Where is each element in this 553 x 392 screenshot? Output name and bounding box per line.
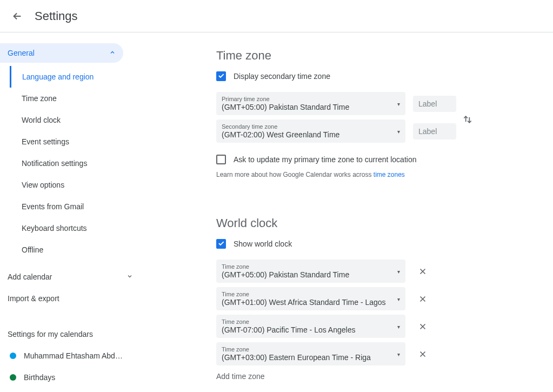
calendar-item-user[interactable]: Muhammad Ehtasham Abdu… [0,345,141,367]
sidebar-import-export[interactable]: Import & export [0,288,141,309]
select-value: (GMT-02:00) West Greenland Time [222,130,400,139]
close-icon [418,267,428,276]
back-arrow-icon[interactable] [11,10,24,23]
checkbox-ask-update[interactable] [216,155,226,164]
chevron-up-icon [109,49,116,57]
general-subnav: Language and region Time zone World cloc… [10,63,141,266]
calendar-color-dot [10,353,16,359]
calendar-item-birthdays[interactable]: Birthdays [0,367,141,388]
remove-clock-button[interactable] [413,317,432,336]
select-floating-label: Secondary time zone [222,123,400,130]
subnav-event-settings[interactable]: Event settings [10,131,141,152]
timezones-link[interactable]: time zones [374,171,405,178]
input-placeholder: Label [418,99,451,108]
swap-vertical-icon [462,114,473,125]
subnav-world-clock[interactable]: World clock [10,109,141,131]
checkbox-row-display-secondary: Display secondary time zone [216,71,553,81]
caret-down-icon: ▾ [397,296,400,302]
select-value: (GMT+03:00) Eastern European Time - Riga [222,353,400,362]
checkbox-row-show-worldclock: Show world clock [216,239,553,249]
checkbox-label: Ask to update my primary time zone to cu… [234,155,416,164]
subnav-view-options[interactable]: View options [10,174,141,196]
checkbox-row-ask-update: Ask to update my primary time zone to cu… [216,155,553,164]
worldclock-select-1[interactable]: Time zone (GMT+01:00) West Africa Standa… [216,287,405,310]
close-icon [418,349,428,359]
caret-down-icon: ▾ [397,128,400,134]
close-icon [418,322,428,331]
subnav-events-from-gmail[interactable]: Events from Gmail [10,196,141,217]
caret-down-icon: ▾ [397,351,400,357]
secondary-timezone-select[interactable]: Secondary time zone (GMT-02:00) West Gre… [216,119,405,143]
remove-clock-button[interactable] [413,262,432,281]
primary-label-input[interactable]: Label [413,96,456,112]
check-icon [217,240,225,249]
sidebar-category-general[interactable]: General [0,43,123,63]
select-value: (GMT-07:00) Pacific Time - Los Angeles [222,325,400,334]
secondary-label-input[interactable]: Label [413,123,456,139]
calendar-name: Muhammad Ehtasham Abdu… [24,351,126,360]
timezone-helper-text: Learn more about how Google Calendar wor… [216,171,553,178]
settings-sidebar: General Language and region Time zone Wo… [0,32,141,392]
select-value: (GMT+01:00) West Africa Standard Time - … [222,298,400,307]
select-value: (GMT+05:00) Pakistan Standard Time [222,103,400,111]
add-timezone-button[interactable]: Add time zone [216,372,553,381]
checkbox-label: Display secondary time zone [234,72,330,81]
worldclock-select-3[interactable]: Time zone (GMT+03:00) Eastern European T… [216,342,405,366]
worldclock-select-0[interactable]: Time zone (GMT+05:00) Pakistan Standard … [216,260,405,283]
caret-down-icon: ▾ [397,268,400,274]
primary-timezone-select[interactable]: Primary time zone (GMT+05:00) Pakistan S… [216,92,405,115]
settings-main: Time zone Display secondary time zone Pr… [141,32,553,392]
sidebar-add-calendar[interactable]: Add calendar [0,266,141,288]
sidebar-category-label: General [8,49,35,57]
checkbox-show-worldclock[interactable] [216,239,226,249]
select-floating-label: Time zone [222,263,400,270]
select-value: (GMT+05:00) Pakistan Standard Time [222,270,400,279]
page-title: Settings [35,9,78,23]
close-icon [418,294,428,304]
check-icon [217,72,225,81]
worldclock-select-2[interactable]: Time zone (GMT-07:00) Pacific Time - Los… [216,315,405,338]
select-floating-label: Primary time zone [222,96,400,102]
caret-down-icon: ▾ [397,101,400,107]
section-title-timezone: Time zone [216,49,553,63]
sidebar-add-calendar-label: Add calendar [8,273,52,281]
subnav-offline[interactable]: Offline [10,239,141,261]
section-title-worldclock: World clock [216,216,553,230]
calendar-name: Birthdays [24,373,55,382]
remove-clock-button[interactable] [413,289,432,309]
swap-timezones-button[interactable] [459,110,476,129]
select-floating-label: Time zone [222,318,400,325]
checkbox-display-secondary[interactable] [216,71,226,81]
remove-clock-button[interactable] [413,344,432,364]
sidebar-import-export-label: Import & export [8,294,59,303]
select-floating-label: Time zone [222,291,400,297]
settings-header: Settings [0,0,553,32]
select-floating-label: Time zone [222,346,400,353]
calendar-color-dot [10,374,16,381]
input-placeholder: Label [418,127,451,136]
subnav-language-region[interactable]: Language and region [10,66,141,88]
subnav-notification-settings[interactable]: Notification settings [10,152,141,174]
sidebar-heading-my-calendars: Settings for my calendars [0,323,141,345]
caret-down-icon: ▾ [397,323,400,329]
checkbox-label: Show world clock [234,240,292,248]
subnav-time-zone[interactable]: Time zone [10,88,141,109]
subnav-keyboard-shortcuts[interactable]: Keyboard shortcuts [10,217,141,239]
chevron-down-icon [126,273,133,281]
